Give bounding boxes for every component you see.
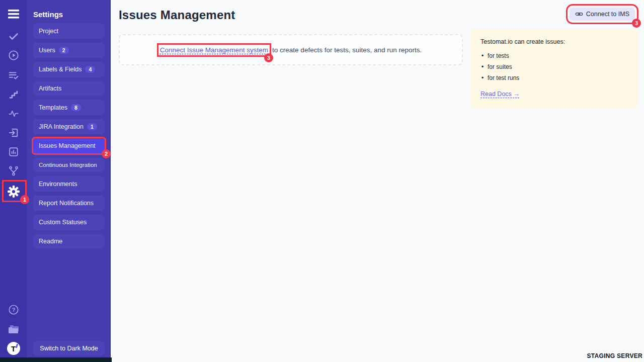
switch-dark-mode-button[interactable]: Switch to Dark Mode: [33, 341, 105, 355]
app-logo-letter: T: [11, 344, 16, 353]
bar-chart-icon: [8, 146, 19, 157]
annotation-step2-badge: 2: [102, 149, 111, 158]
svg-text:?: ?: [12, 307, 15, 313]
count-badge: 2: [59, 47, 69, 54]
sidebar-item-label: Templates: [39, 104, 67, 111]
sidebar-item-label: Artifacts: [39, 85, 61, 92]
plans-nav-button[interactable]: [0, 67, 27, 83]
sidebar-item-label: Custom Statuses: [39, 219, 87, 226]
info-bullet: for suites: [480, 63, 628, 70]
sidebar-item-jira-integration[interactable]: JIRA Integration 1: [33, 119, 105, 134]
import-nav-button[interactable]: [0, 125, 27, 141]
settings-nav-list: Project Users 2 Labels & Fields 4 Artifa…: [33, 24, 105, 249]
sidebar-title: Settings: [33, 10, 63, 19]
info-panel: Testomat.io can create issues: for tests…: [470, 29, 638, 108]
sidebar-item-users[interactable]: Users 2: [33, 43, 105, 58]
sidebar-item-project[interactable]: Project: [33, 24, 105, 39]
sidebar-item-labels-fields[interactable]: Labels & Fields 4: [33, 62, 105, 77]
app-logo-accent: [15, 344, 18, 348]
info-bullet: for test runs: [480, 74, 628, 81]
sidebar-item-report-notifications[interactable]: Report Notifications: [33, 196, 105, 211]
sidebar-bottom-strip: [0, 357, 112, 362]
sidebar-item-label: Users: [39, 47, 55, 54]
annotation-step1-badge: 1: [20, 195, 29, 204]
sidebar-item-label: JIRA Integration: [39, 123, 84, 130]
sidebar-item-issues-management[interactable]: Issues Management 2: [33, 138, 105, 153]
list-check-icon: [8, 70, 19, 81]
sidebar-item-readme[interactable]: Readme: [33, 234, 105, 249]
sidebar-item-label: Continuous Integration: [39, 162, 97, 168]
milestones-nav-button[interactable]: [0, 86, 27, 103]
help-icon: ?: [8, 304, 19, 315]
sidebar-item-artifacts[interactable]: Artifacts: [33, 81, 105, 96]
runs-nav-button[interactable]: [0, 47, 27, 63]
folders-icon: [8, 324, 20, 335]
check-icon: [8, 31, 19, 42]
menu-button[interactable]: [0, 6, 27, 22]
read-docs-link[interactable]: Read Docs →: [480, 90, 520, 98]
page-title: Issues Management: [119, 8, 235, 22]
help-button[interactable]: ?: [0, 302, 27, 318]
sidebar-item-custom-statuses[interactable]: Custom Statuses: [33, 215, 105, 230]
icon-rail: ? T: [0, 0, 27, 362]
import-icon: [8, 127, 19, 138]
app-logo-button[interactable]: T: [0, 340, 27, 356]
hamburger-menu-icon: [8, 9, 20, 20]
connect-to-ims-label: Connect to IMS: [586, 11, 629, 18]
sidebar-item-label: Project: [39, 28, 58, 35]
settings-sidebar: Settings Project Users 2 Labels & Fields…: [27, 0, 111, 362]
staging-server-label: STAGING SERVER: [587, 352, 642, 359]
branches-nav-button[interactable]: [0, 163, 27, 179]
connect-to-ims-button[interactable]: Connect to IMS 3: [570, 8, 635, 21]
empty-state-panel: Connect Issue Management system 3 to cre…: [119, 34, 463, 65]
sidebar-item-label: Labels & Fields: [39, 66, 82, 73]
reports-nav-button[interactable]: [0, 144, 27, 160]
analytics-nav-button[interactable]: [0, 106, 27, 122]
count-badge: 8: [71, 104, 81, 112]
sidebar-item-environments[interactable]: Environments: [33, 176, 105, 192]
play-circle-icon: [8, 50, 19, 61]
sidebar-item-label: Issues Management: [39, 142, 96, 149]
steps-icon: [8, 89, 19, 100]
info-bullet: for tests: [480, 52, 628, 59]
pulse-icon: [8, 108, 19, 119]
projects-button[interactable]: [0, 321, 27, 337]
count-badge: 1: [87, 123, 97, 131]
connect-issue-management-link[interactable]: Connect Issue Management system: [160, 46, 268, 54]
annotation-step3-button-badge: 3: [632, 19, 641, 28]
sidebar-item-label: Report Notifications: [39, 200, 94, 207]
sidebar-item-continuous-integration[interactable]: Continuous Integration: [33, 157, 105, 172]
sidebar-item-label: Environments: [39, 180, 77, 188]
count-badge: 4: [85, 66, 95, 73]
info-bullet-list: for tests for suites for test runs: [480, 52, 628, 81]
empty-state-text: to create defects for tests, suites, and…: [272, 46, 422, 54]
sidebar-item-templates[interactable]: Templates 8: [33, 100, 105, 115]
link-icon: [575, 10, 583, 18]
annotation-step3-link-badge: 3: [264, 53, 273, 62]
app-logo: T: [7, 342, 20, 355]
sidebar-item-label: Readme: [39, 238, 62, 245]
info-panel-title: Testomat.io can create issues:: [480, 38, 628, 45]
tests-nav-button[interactable]: [0, 28, 27, 44]
branch-icon: [8, 165, 19, 176]
